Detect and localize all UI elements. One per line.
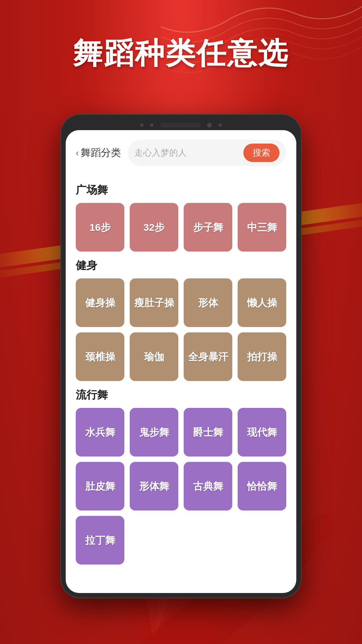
dance-card-lanrencao-label: 懒人操 bbox=[247, 296, 277, 309]
dance-card-zhongsanwu[interactable]: 中三舞 bbox=[238, 203, 286, 252]
jianshen-grid: 健身操 瘦肚子操 形体 懒人操 颈椎操 瑜伽 bbox=[76, 278, 286, 381]
dance-card-dupiwu[interactable]: 肚皮舞 bbox=[76, 462, 124, 511]
phone-dot-3 bbox=[219, 123, 222, 127]
dance-card-jianshencao-label: 健身操 bbox=[85, 296, 115, 309]
dance-card-lanrencao[interactable]: 懒人操 bbox=[238, 278, 286, 327]
phone-speaker bbox=[160, 123, 200, 127]
phone-mockup: ‹ 舞蹈分类 走心入梦的人 搜索 广场舞 16步 32步 bbox=[60, 114, 302, 598]
dance-card-jianshencao[interactable]: 健身操 bbox=[76, 278, 124, 327]
dance-card-16bu[interactable]: 16步 bbox=[76, 203, 124, 252]
dance-card-32bu[interactable]: 32步 bbox=[130, 203, 178, 252]
page-title: 舞蹈种类任意选 bbox=[0, 34, 362, 73]
dance-card-shuibingwu[interactable]: 水兵舞 bbox=[76, 408, 124, 457]
dance-card-jueshiwu-label: 爵士舞 bbox=[193, 426, 223, 439]
dance-card-shouduzicao[interactable]: 瘦肚子操 bbox=[130, 278, 178, 327]
dance-card-ladingwu[interactable]: 拉丁舞 bbox=[76, 516, 124, 565]
dance-card-jueshiwu[interactable]: 爵士舞 bbox=[184, 408, 232, 457]
dance-card-guibuwu-label: 鬼步舞 bbox=[139, 426, 169, 439]
dance-card-zhongsanwu-label: 中三舞 bbox=[247, 221, 277, 234]
phone-notch bbox=[66, 119, 296, 130]
dance-card-ladingwu-label: 拉丁舞 bbox=[85, 534, 115, 547]
section-title-jianshen: 健身 bbox=[76, 258, 286, 273]
dance-card-16bu-label: 16步 bbox=[89, 221, 111, 234]
dance-card-xingtiwu-label: 形体舞 bbox=[139, 480, 169, 493]
dance-card-dupiwu-label: 肚皮舞 bbox=[85, 480, 115, 493]
dance-card-xiandaiwu[interactable]: 现代舞 bbox=[238, 408, 286, 457]
phone-dot-2 bbox=[150, 123, 154, 127]
dance-card-qiaqiawu[interactable]: 恰恰舞 bbox=[238, 462, 286, 511]
app-content: 广场舞 16步 32步 步子舞 中三舞 健身 bbox=[66, 173, 296, 593]
dance-card-qiaqiawu-label: 恰恰舞 bbox=[247, 480, 277, 493]
dance-card-paidacao-label: 拍打操 bbox=[247, 350, 277, 363]
search-bar[interactable]: 走心入梦的人 搜索 bbox=[128, 140, 286, 166]
app-header: ‹ 舞蹈分类 走心入梦的人 搜索 bbox=[66, 130, 296, 173]
dance-card-buziwu[interactable]: 步子舞 bbox=[184, 203, 232, 252]
search-placeholder-text: 走心入梦的人 bbox=[134, 147, 240, 159]
dance-card-quanshenhan-label: 全身暴汗 bbox=[188, 350, 228, 363]
dance-card-shouduzicao-label: 瘦肚子操 bbox=[134, 296, 174, 309]
section-title-liuxing: 流行舞 bbox=[76, 388, 286, 402]
back-navigation[interactable]: ‹ 舞蹈分类 bbox=[76, 146, 121, 160]
dance-card-gudianwu-label: 古典舞 bbox=[193, 480, 223, 493]
back-label: 舞蹈分类 bbox=[81, 146, 121, 160]
dance-card-jingzhucao[interactable]: 颈椎操 bbox=[76, 332, 124, 381]
dance-card-yujia[interactable]: 瑜伽 bbox=[130, 332, 178, 381]
guangchang-grid: 16步 32步 步子舞 中三舞 bbox=[76, 203, 286, 252]
dance-card-guibuwu[interactable]: 鬼步舞 bbox=[130, 408, 178, 457]
dance-card-gudianwu[interactable]: 古典舞 bbox=[184, 462, 232, 511]
search-button[interactable]: 搜索 bbox=[243, 144, 280, 162]
dance-card-jingzhucao-label: 颈椎操 bbox=[85, 350, 115, 363]
phone-camera bbox=[207, 123, 212, 127]
dance-card-xingti-label: 形体 bbox=[198, 296, 218, 309]
dance-card-paidacao[interactable]: 拍打操 bbox=[238, 332, 286, 381]
dance-card-shuibingwu-label: 水兵舞 bbox=[85, 426, 115, 439]
dance-card-buziwu-label: 步子舞 bbox=[193, 221, 223, 234]
dance-card-yujia-label: 瑜伽 bbox=[144, 350, 164, 363]
back-icon: ‹ bbox=[76, 148, 79, 158]
dance-card-xiandaiwu-label: 现代舞 bbox=[247, 426, 277, 439]
dance-card-xingti[interactable]: 形体 bbox=[184, 278, 232, 327]
dance-card-32bu-label: 32步 bbox=[143, 221, 165, 234]
phone-screen: ‹ 舞蹈分类 走心入梦的人 搜索 广场舞 16步 32步 bbox=[66, 130, 296, 593]
dance-card-xingtiwu[interactable]: 形体舞 bbox=[130, 462, 178, 511]
liuxing-grid: 水兵舞 鬼步舞 爵士舞 现代舞 肚皮舞 形体舞 bbox=[76, 408, 286, 565]
phone-dot-1 bbox=[140, 123, 143, 127]
section-title-guangchang: 广场舞 bbox=[76, 183, 286, 198]
dance-card-quanshenhan[interactable]: 全身暴汗 bbox=[184, 332, 232, 381]
